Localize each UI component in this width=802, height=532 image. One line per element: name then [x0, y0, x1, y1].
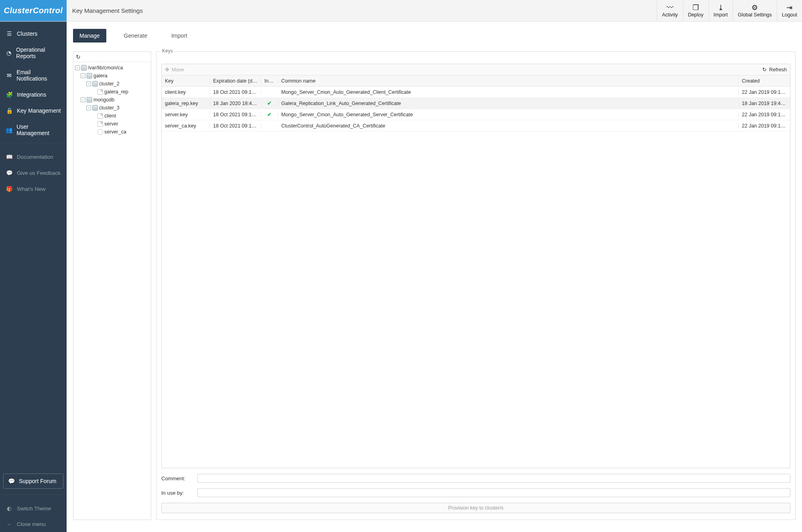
support-forum-label: Support Forum	[19, 478, 56, 484]
clusters-icon: ☰	[6, 30, 13, 37]
sidebar-item-label: Key Management	[17, 107, 61, 114]
provision-button[interactable]: Provision key to cluster/s	[161, 503, 790, 513]
tree[interactable]: −/var/lib/cmon/ca −galera −cluster_2 gal…	[73, 62, 151, 140]
sidebar-item-label: What's New	[17, 186, 46, 192]
table-row[interactable]: server.key18 Oct 2021 09:18:49✔Mongo_Ser…	[162, 109, 790, 120]
sidebar-item-user-management[interactable]: 👥User Management	[0, 119, 67, 141]
cell-cn: Galera_Replication_Link_Auto_Generated_C…	[278, 101, 739, 106]
table-row[interactable]: client.key18 Oct 2021 09:18:49Mongo_Serv…	[162, 87, 790, 98]
grid-toolbar: ✥ Move ↻ Refresh	[162, 64, 790, 75]
sidebar-item-label: Give us Feedback	[17, 170, 61, 176]
keys-legend: Keys	[160, 48, 175, 54]
sidebar-item-email-notifications[interactable]: ✉Email Notifications	[0, 64, 67, 87]
import-button[interactable]: ⤓ Import	[709, 0, 733, 21]
cell-key: client.key	[162, 89, 210, 95]
col-inuse[interactable]: In Use	[261, 78, 278, 84]
sidebar-item-label: User Management	[16, 123, 61, 136]
sidebar-item-label: Email Notifications	[16, 69, 61, 82]
refresh-icon: ↻	[762, 67, 767, 73]
db-icon	[81, 65, 87, 71]
documentation-icon: 📖	[6, 154, 13, 160]
tree-node-cluster3[interactable]: −cluster_3	[74, 104, 150, 112]
tabs: Manage Generate Import	[73, 29, 796, 42]
keys-grid: ✥ Move ↻ Refresh Key Expiration date (da…	[161, 64, 790, 468]
tree-label: cluster_3	[99, 105, 120, 111]
sidebar-separator	[0, 143, 67, 143]
cell-cn: ClusterControl_AutoGenerated_CA_Certific…	[278, 123, 739, 129]
sidebar-spacer	[0, 197, 67, 469]
collapse-icon[interactable]: −	[81, 97, 85, 102]
table-row[interactable]: server_ca.key18 Oct 2021 09:18:49Cluster…	[162, 120, 790, 131]
sidebar-item-integrations[interactable]: 🧩Integrations	[0, 87, 67, 103]
tree-label: galera_rep	[104, 89, 128, 95]
tab-generate[interactable]: Generate	[118, 29, 154, 42]
refresh-button[interactable]: ↻ Refresh	[762, 67, 787, 73]
activity-button[interactable]: 〰 Activity	[657, 0, 683, 21]
tree-node-client[interactable]: client	[74, 112, 150, 120]
tree-node-mongodb[interactable]: −mongodb	[74, 96, 150, 104]
sidebar-item-operational-reports[interactable]: ◔Operational Reports	[0, 42, 67, 64]
tab-import[interactable]: Import	[165, 29, 194, 42]
collapse-icon[interactable]: −	[75, 65, 80, 70]
tree-label: server_ca	[104, 129, 126, 135]
sidebar-item-label: Integrations	[17, 91, 46, 98]
cell-exp: 18 Jan 2020 18:46:42	[210, 101, 261, 106]
cell-created: 22 Jan 2019 09:18:49	[739, 112, 790, 117]
sidebar-item-feedback[interactable]: 💬Give us Feedback	[0, 165, 67, 181]
sidebar-item-clusters[interactable]: ☰Clusters	[0, 26, 67, 42]
col-created[interactable]: Created	[739, 78, 790, 84]
tree-label: client	[104, 113, 116, 119]
inuse-row: In use by:	[161, 488, 790, 497]
support-forum-button[interactable]: 💬 Support Forum	[3, 473, 63, 489]
chat-icon: 💬	[8, 478, 15, 484]
tree-node-cluster2[interactable]: −cluster_2	[74, 80, 150, 88]
col-cn[interactable]: Common name	[278, 78, 739, 84]
collapse-icon[interactable]: −	[81, 73, 85, 78]
sidebar-item-switch-theme[interactable]: ◐Switch Theme	[0, 500, 67, 516]
global-settings-button[interactable]: ⚙ Global Settings	[733, 0, 777, 21]
file-icon	[97, 113, 103, 119]
sidebar-primary: ☰Clusters◔Operational Reports✉Email Noti…	[0, 22, 67, 141]
tree-label: /var/lib/cmon/ca	[88, 65, 123, 71]
col-key[interactable]: Key	[162, 78, 210, 84]
move-label: Move	[172, 67, 184, 73]
db-icon	[92, 81, 98, 87]
sidebar-item-key-management[interactable]: 🔒Key Management	[0, 103, 67, 119]
collapse-icon[interactable]: −	[86, 105, 91, 110]
sidebar-item-whats-new[interactable]: 🎁What's New	[0, 181, 67, 197]
tree-node-root[interactable]: −/var/lib/cmon/ca	[74, 64, 150, 72]
sidebar-item-close-menu[interactable]: ←Close menu	[0, 516, 67, 532]
tree-node-server-ca[interactable]: server_ca	[74, 128, 150, 136]
col-exp[interactable]: Expiration date (days)	[210, 78, 261, 84]
cell-key: server.key	[162, 112, 210, 117]
tree-node-galera[interactable]: −galera	[74, 72, 150, 80]
tree-refresh-button[interactable]: ↻	[76, 54, 81, 60]
check-icon: ✔	[267, 112, 272, 117]
sidebar: ☰Clusters◔Operational Reports✉Email Noti…	[0, 22, 67, 532]
db-icon	[92, 105, 98, 111]
logo[interactable]: ClusterControl	[0, 0, 67, 21]
page-title: Key Management Settings	[67, 0, 657, 21]
workspace: ↻ −/var/lib/cmon/ca −galera −cluster_2 g…	[73, 51, 796, 520]
import-icon: ⤓	[718, 4, 724, 11]
check-icon: ✔	[267, 101, 272, 106]
logout-button[interactable]: ⇥ Logout	[777, 0, 802, 21]
deploy-button[interactable]: ❒ Deploy	[683, 0, 709, 21]
collapse-icon[interactable]: −	[86, 81, 91, 86]
inuse-input[interactable]	[197, 488, 790, 497]
cell-key: server_ca.key	[162, 123, 210, 129]
cell-cn: Mongo_Server_Cmon_Auto_Generated_Server_…	[278, 112, 739, 117]
tree-node-server[interactable]: server	[74, 120, 150, 128]
sidebar-item-documentation[interactable]: 📖Documentation	[0, 149, 67, 165]
tree-node-galera-rep[interactable]: galera_rep	[74, 88, 150, 96]
cell-exp: 18 Oct 2021 09:18:49	[210, 89, 261, 95]
logout-icon: ⇥	[786, 4, 792, 11]
deploy-icon: ❒	[692, 4, 699, 11]
activity-icon: 〰	[666, 4, 674, 11]
tab-manage[interactable]: Manage	[73, 29, 106, 42]
sidebar-secondary: 📖Documentation💬Give us Feedback🎁What's N…	[0, 145, 67, 197]
comment-input[interactable]	[197, 474, 790, 483]
table-row[interactable]: galera_rep.key18 Jan 2020 18:46:42✔Galer…	[162, 98, 790, 109]
integrations-icon: 🧩	[6, 91, 13, 98]
sidebar-separator-2	[0, 494, 67, 495]
